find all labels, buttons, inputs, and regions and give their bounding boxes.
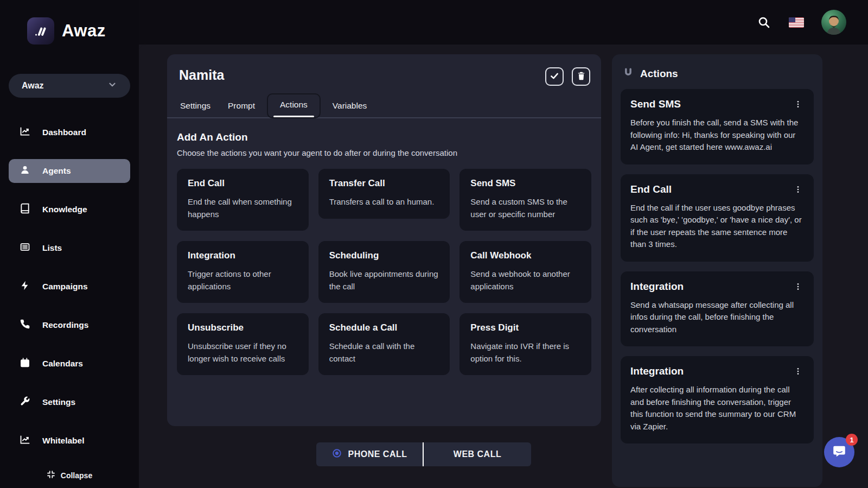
kebab-menu-icon[interactable] [792, 183, 804, 195]
chat-bubble-icon [831, 443, 847, 461]
sidebar-item-label: Calendars [42, 359, 83, 369]
workspace-name: Awaz [22, 81, 44, 91]
book-icon [20, 203, 30, 216]
chat-notification-badge: 1 [846, 434, 858, 446]
section-subtitle: Choose the actions you want your agent t… [177, 148, 591, 157]
check-icon [550, 71, 559, 83]
collapse-label: Collapse [61, 471, 92, 480]
web-call-label: WEB CALL [454, 449, 501, 459]
tab-variables[interactable]: Variables [327, 96, 372, 118]
sidebar-item-label: Lists [42, 243, 62, 253]
tile-desc: Book live appointments during the call [329, 268, 439, 293]
sidebar-item-lists[interactable]: Lists [9, 236, 130, 260]
action-tile-schedule-a-call[interactable]: Schedule a Call Schedule a call with the… [318, 313, 450, 375]
tile-desc: Trigger actions to other applications [188, 268, 298, 293]
kebab-menu-icon[interactable] [792, 98, 804, 110]
sidebar-item-label: Settings [42, 397, 75, 407]
action-card-title: Integration [630, 281, 684, 293]
avatar[interactable] [821, 10, 846, 35]
phone-icon [20, 319, 30, 332]
agent-name-title: Namita [179, 67, 224, 83]
tile-desc: Schedule a call with the contact [329, 340, 439, 365]
sidebar-item-settings[interactable]: Settings [9, 390, 130, 414]
action-card-description: Before you finish the call, send a SMS w… [630, 117, 804, 154]
kebab-menu-icon[interactable] [792, 281, 804, 293]
tile-desc: Transfers a call to an human. [329, 196, 439, 208]
tile-title: Schedule a Call [329, 322, 439, 333]
tab-prompt[interactable]: Prompt [222, 96, 260, 118]
collapse-icon [47, 470, 55, 480]
brand-logo: Awaz [27, 17, 139, 45]
tile-title: Call Webhook [470, 250, 580, 261]
web-call-option[interactable]: WEB CALL [424, 442, 531, 466]
action-card-description: After collecting all information during … [630, 384, 804, 433]
action-card-title: Send SMS [630, 98, 681, 110]
sidebar-item-agents[interactable]: Agents [9, 159, 130, 183]
magnet-icon [623, 67, 634, 80]
tile-desc: Send a custom SMS to the user or specifi… [470, 196, 580, 220]
search-icon[interactable] [756, 15, 771, 30]
sidebar-nav: Dashboard Agents Knowledge Lists [9, 121, 130, 453]
action-card-send-sms[interactable]: Send SMS Before you finish the call, sen… [621, 89, 814, 164]
us-flag-icon[interactable] [789, 17, 804, 28]
action-tile-scheduling[interactable]: Scheduling Book live appointments during… [318, 241, 450, 303]
sidebar-item-campaigns[interactable]: Campaigns [9, 275, 130, 299]
phone-call-option[interactable]: PHONE CALL [316, 442, 424, 466]
sidebar-item-label: Whitelabel [42, 436, 85, 446]
action-card-title: Integration [630, 365, 684, 377]
action-tile-transfer-call[interactable]: Transfer Call Transfers a call to an hum… [318, 169, 450, 219]
kebab-menu-icon[interactable] [792, 365, 804, 377]
topbar [139, 0, 868, 45]
sidebar-item-label: Campaigns [42, 282, 88, 291]
main-content: Namita Settings Prompt [139, 45, 868, 488]
delete-agent-button[interactable] [572, 67, 590, 86]
tile-title: Integration [188, 250, 298, 261]
tile-desc: Send a webhook to another applications [470, 268, 580, 293]
chevron-down-icon [107, 80, 117, 92]
user-icon [20, 164, 30, 178]
wrench-icon [20, 396, 30, 409]
save-agent-button[interactable] [545, 67, 564, 86]
tile-desc: End the call when something happens [188, 196, 298, 220]
action-tile-grid: End Call End the call when something hap… [177, 169, 591, 375]
calendar-icon [20, 357, 30, 370]
action-tile-call-webhook[interactable]: Call Webhook Send a webhook to another a… [459, 241, 591, 303]
action-tile-unsubscribe[interactable]: Unsubscribe Unsubscribe user if they no … [177, 313, 309, 375]
action-card-integration-2[interactable]: Integration After collecting all informa… [621, 356, 814, 443]
tile-title: Press Digit [470, 322, 580, 333]
agent-tabs: Settings Prompt Actions Variables [167, 93, 601, 118]
brand-name: Awaz [62, 21, 106, 41]
action-tile-integration[interactable]: Integration Trigger actions to other app… [177, 241, 309, 303]
chat-launcher-button[interactable]: 1 [824, 437, 854, 467]
chart-icon [20, 434, 30, 447]
sidebar-item-whitelabel[interactable]: Whitelabel [9, 429, 130, 453]
sidebar-item-knowledge[interactable]: Knowledge [9, 198, 130, 221]
sidebar-item-calendars[interactable]: Calendars [9, 352, 130, 376]
tab-settings[interactable]: Settings [175, 96, 216, 118]
workspace-dropdown[interactable]: Awaz [9, 74, 130, 98]
sidebar-item-label: Knowledge [42, 205, 87, 214]
list-icon [20, 242, 30, 255]
sidebar-item-dashboard[interactable]: Dashboard [9, 121, 130, 144]
section-title: Add An Action [177, 131, 591, 143]
tab-actions[interactable]: Actions [267, 93, 321, 118]
action-card-description: End the call if the user uses goodbye ph… [630, 202, 804, 251]
agent-header-actions [545, 67, 590, 86]
sidebar-item-label: Dashboard [42, 128, 86, 137]
sidebar-item-recordings[interactable]: Recordings [9, 313, 130, 337]
app-root: Awaz Awaz Dashboard Agents [0, 0, 868, 488]
call-type-toggle: PHONE CALL WEB CALL [316, 442, 531, 466]
action-tile-press-digit[interactable]: Press Digit Navigate into IVR if there i… [459, 313, 591, 375]
tile-desc: Navigate into IVR if there is option for… [470, 340, 580, 365]
actions-panel: Actions Send SMS Before you finish the c… [612, 54, 822, 487]
action-card-end-call[interactable]: End Call End the call if the user uses g… [621, 174, 814, 262]
action-tile-send-sms[interactable]: Send SMS Send a custom SMS to the user o… [459, 169, 591, 231]
phone-call-label: PHONE CALL [348, 449, 407, 459]
tile-title: End Call [188, 178, 298, 189]
tile-title: Send SMS [470, 178, 580, 189]
action-card-title: End Call [630, 183, 672, 195]
sidebar-collapse-button[interactable]: Collapse [0, 470, 139, 480]
tile-title: Unsubscribe [188, 322, 298, 333]
action-card-integration-1[interactable]: Integration Send a whatsapp message afte… [621, 271, 814, 347]
action-tile-end-call[interactable]: End Call End the call when something hap… [177, 169, 309, 231]
